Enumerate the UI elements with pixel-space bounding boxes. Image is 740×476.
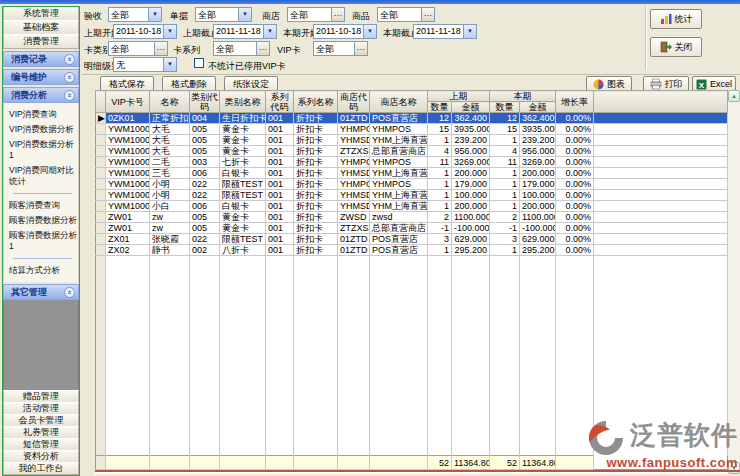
row-marker-cell: [96, 223, 106, 234]
empty-cell: [220, 336, 266, 346]
curr-end-date[interactable]: 2011-11-18 ▼: [413, 24, 477, 39]
col-prev-amount[interactable]: 金额: [452, 102, 490, 113]
table-row[interactable]: ZW01 zw 005 黄金卡 001 折扣卡 ZWSD zwsd 2 1100…: [96, 212, 728, 223]
col-cat-code[interactable]: 类别代码: [190, 91, 220, 113]
sidebar-module-button[interactable]: 消费管理: [3, 34, 79, 49]
col-cat-name[interactable]: 类别名称: [220, 91, 266, 113]
chevron-down-icon[interactable]: ▼: [363, 25, 376, 38]
sidebar-section-other[interactable]: 其它管理 «: [3, 284, 79, 300]
sidebar-item[interactable]: VIP消费数据分析1: [8, 137, 77, 163]
sidebar-item[interactable]: VIP消费同期对比统计: [8, 163, 77, 189]
doc-filter-select[interactable]: 全部 ▼: [195, 7, 252, 22]
cell-series-code: 001: [266, 113, 294, 124]
chevron-down-icon[interactable]: ▼: [238, 8, 251, 21]
col-curr-amount[interactable]: 金额: [520, 102, 556, 113]
cell-curr-qty: 11: [490, 157, 520, 168]
col-series-name[interactable]: 系列名称: [294, 91, 338, 113]
col-shop-code[interactable]: 商店代码: [338, 91, 370, 113]
empty-row: [96, 396, 728, 406]
ellipsis-icon[interactable]: …: [354, 42, 367, 55]
col-prev-period[interactable]: 上期: [428, 91, 490, 102]
sidebar-item[interactable]: 顾客消费数据分析1: [8, 228, 77, 254]
sidebar-section-records[interactable]: 消费记录 «: [3, 51, 79, 67]
empty-cell: [428, 306, 452, 316]
bottom-accent-line: [95, 470, 740, 472]
sidebar-item[interactable]: 顾客消费查询: [8, 198, 77, 213]
printer-icon: [650, 78, 662, 90]
row-filler-cell: [594, 223, 728, 234]
sidebar-section-numbering[interactable]: 编号维护 «: [3, 69, 79, 85]
sidebar-module-button[interactable]: 基础档案: [3, 20, 79, 35]
chevron-down-icon[interactable]: ▼: [148, 8, 161, 21]
chevron-down-icon[interactable]: ▼: [163, 58, 176, 71]
exclude-disabled-checkbox[interactable]: [194, 58, 204, 68]
vertical-scrollbar[interactable]: ▲ ▼: [728, 90, 740, 474]
col-growth[interactable]: 增长率: [556, 91, 594, 113]
collapse-icon[interactable]: «: [64, 54, 75, 65]
empty-cell: [294, 326, 338, 336]
collapse-icon[interactable]: «: [64, 90, 75, 101]
cell-prev-amount: 200.000: [452, 201, 490, 212]
cell-series-code: 001: [266, 245, 294, 256]
empty-cell: [338, 266, 370, 276]
sidebar-item[interactable]: 结算方式分析: [8, 263, 77, 278]
prev-end-date[interactable]: 2011-11-18 ▼: [213, 24, 277, 39]
sidebar-item[interactable]: VIP消费查询: [8, 107, 77, 122]
row-marker-cell: [96, 406, 106, 416]
sidebar-item[interactable]: 顾客消费数据分析: [8, 213, 77, 228]
collapse-icon[interactable]: «: [64, 287, 75, 298]
sidebar-item[interactable]: VIP消费数据分析: [8, 122, 77, 137]
station-filter-select[interactable]: 全部 ▼: [108, 7, 162, 22]
table-row[interactable]: YWM10001 大毛 005 黄金卡 001 折扣卡 ZTZXSD 总部直营商…: [96, 146, 728, 157]
col-name[interactable]: 名称: [150, 91, 190, 113]
empty-cell: [520, 366, 556, 376]
scroll-up-button[interactable]: ▲: [728, 90, 740, 102]
table-row[interactable]: YWM10004 小明 022 限额TEST 001 折扣卡 YHMSD1 YH…: [96, 190, 728, 201]
curr-start-date[interactable]: 2011-10-18 ▼: [313, 24, 377, 39]
empty-cell: [190, 266, 220, 276]
stat-button-label: 统计: [675, 13, 693, 26]
ellipsis-icon[interactable]: …: [154, 42, 167, 55]
table-row[interactable]: ZX02 静书 002 八折卡 001 折扣卡 01ZTD POS直营店 1 2…: [96, 245, 728, 256]
sidebar-module-button[interactable]: 系统管理: [3, 6, 79, 21]
card-series-picker[interactable]: 全部 …: [213, 41, 270, 56]
table-row[interactable]: YWM10002 二毛 003 七折卡 001 折扣卡 YHMPOS YHMPO…: [96, 157, 728, 168]
row-marker-cell: [96, 135, 106, 146]
detail-level-select[interactable]: 无 ▼: [113, 57, 177, 72]
col-vip-no[interactable]: VIP卡号: [106, 91, 150, 113]
prev-start-date[interactable]: 2011-10-18 ▼: [113, 24, 177, 39]
chevron-down-icon[interactable]: ▼: [163, 25, 176, 38]
col-series-code[interactable]: 系列代码: [266, 91, 294, 113]
col-shop-name[interactable]: 商店名称: [370, 91, 428, 113]
table-row[interactable]: ZW01 zw 005 黄金卡 001 折扣卡 ZTZXSD 总部直营商店 -1…: [96, 223, 728, 234]
col-curr-qty[interactable]: 数量: [490, 102, 520, 113]
table-row[interactable]: YWM10001 大毛 005 黄金卡 001 折扣卡 YHMSD1 YHM上海…: [96, 135, 728, 146]
ellipsis-icon[interactable]: …: [256, 42, 269, 55]
stat-button[interactable]: 统计: [650, 9, 702, 29]
table-row[interactable]: ZX01 张晓霞 022 限额TEST 001 折扣卡 01ZTD POS直营店…: [96, 234, 728, 245]
sidebar-section-analysis[interactable]: 消费分析 «: [3, 87, 79, 103]
chevron-down-icon[interactable]: ▼: [463, 25, 476, 38]
empty-cell: [150, 426, 190, 436]
row-filler-cell: [594, 113, 728, 124]
table-row[interactable]: YWM10001 大毛 005 黄金卡 001 折扣卡 YHMPOS YHMPO…: [96, 124, 728, 135]
col-curr-period[interactable]: 本期: [490, 91, 556, 102]
vip-card-picker[interactable]: 全部 …: [313, 41, 368, 56]
sidebar-module-button[interactable]: 我的工作台: [3, 462, 79, 475]
ellipsis-icon[interactable]: …: [421, 8, 434, 21]
close-button[interactable]: 关闭: [650, 37, 702, 57]
cell-prev-amount: 3269.000: [452, 157, 490, 168]
goods-filter-picker[interactable]: 全部 …: [377, 7, 435, 22]
svg-text:X: X: [699, 80, 705, 89]
store-filter-picker[interactable]: 全部 …: [287, 7, 345, 22]
chevron-down-icon[interactable]: ▼: [263, 25, 276, 38]
card-type-picker[interactable]: 全部 …: [108, 41, 168, 56]
ellipsis-icon[interactable]: …: [331, 8, 344, 21]
table-row[interactable]: YWM10005 小白 006 白银卡 001 折扣卡 YHMSD1 YHM上海…: [96, 201, 728, 212]
table-row[interactable]: YWM10004 小明 022 限额TEST 001 折扣卡 YHMPOS YH…: [96, 179, 728, 190]
collapse-icon[interactable]: «: [64, 72, 75, 83]
col-prev-qty[interactable]: 数量: [428, 102, 452, 113]
table-row[interactable]: YWM10003 三毛 006 白银卡 001 折扣卡 YHMSD1 YHM上海…: [96, 168, 728, 179]
empty-cell: [520, 296, 556, 306]
table-row[interactable]: ▶ 0ZK01 正常折扣 004 生日折扣卡 001 折扣卡 01ZTD POS…: [96, 113, 728, 124]
